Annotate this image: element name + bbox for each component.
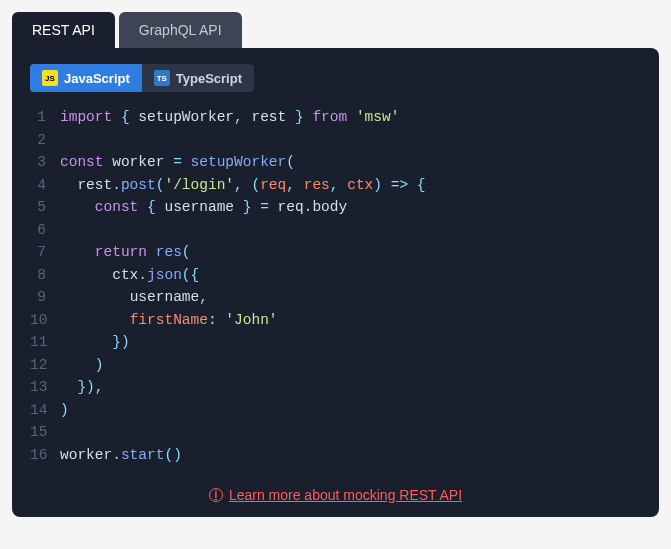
- line-number: 9: [30, 286, 60, 309]
- footer-link-row: i Learn more about mocking REST API: [30, 484, 641, 503]
- lang-tab-typescript[interactable]: TS TypeScript: [142, 64, 254, 92]
- line-number: 3: [30, 151, 60, 174]
- line-number: 13: [30, 376, 60, 399]
- learn-more-link[interactable]: i Learn more about mocking REST API: [209, 487, 462, 503]
- code-content: ): [60, 354, 104, 377]
- api-tabs: REST API GraphQL API: [12, 12, 659, 48]
- line-number: 4: [30, 174, 60, 197]
- code-content: [60, 421, 69, 444]
- language-tabs: JS JavaScript TS TypeScript: [30, 64, 254, 92]
- code-content: }): [60, 331, 130, 354]
- code-line: 7 return res(: [30, 241, 641, 264]
- code-content: import { setupWorker, rest } from 'msw': [60, 106, 399, 129]
- code-line: 15: [30, 421, 641, 444]
- code-content: return res(: [60, 241, 191, 264]
- line-number: 11: [30, 331, 60, 354]
- code-content: ): [60, 399, 69, 422]
- code-content: const worker = setupWorker(: [60, 151, 295, 174]
- line-number: 14: [30, 399, 60, 422]
- lang-tab-javascript[interactable]: JS JavaScript: [30, 64, 142, 92]
- code-line: 3const worker = setupWorker(: [30, 151, 641, 174]
- code-content: ctx.json({: [60, 264, 199, 287]
- line-number: 6: [30, 219, 60, 242]
- code-content: const { username } = req.body: [60, 196, 347, 219]
- learn-more-text: Learn more about mocking REST API: [229, 487, 462, 503]
- line-number: 2: [30, 129, 60, 152]
- code-content: [60, 129, 69, 152]
- code-panel: JS JavaScript TS TypeScript 1import { se…: [12, 48, 659, 517]
- code-content: firstName: 'John': [60, 309, 278, 332]
- line-number: 7: [30, 241, 60, 264]
- code-line: 5 const { username } = req.body: [30, 196, 641, 219]
- line-number: 16: [30, 444, 60, 467]
- info-icon: i: [209, 488, 223, 502]
- line-number: 5: [30, 196, 60, 219]
- tab-graphql-api[interactable]: GraphQL API: [119, 12, 242, 48]
- code-line: 8 ctx.json({: [30, 264, 641, 287]
- code-line: 2: [30, 129, 641, 152]
- lang-label-js: JavaScript: [64, 71, 130, 86]
- code-content: [60, 219, 69, 242]
- lang-label-ts: TypeScript: [176, 71, 242, 86]
- code-line: 9 username,: [30, 286, 641, 309]
- code-block: 1import { setupWorker, rest } from 'msw'…: [30, 106, 641, 466]
- code-line: 14): [30, 399, 641, 422]
- code-line: 12 ): [30, 354, 641, 377]
- line-number: 1: [30, 106, 60, 129]
- code-content: rest.post('/login', (req, res, ctx) => {: [60, 174, 426, 197]
- code-line: 16worker.start(): [30, 444, 641, 467]
- line-number: 12: [30, 354, 60, 377]
- code-line: 13 }),: [30, 376, 641, 399]
- ts-icon: TS: [154, 70, 170, 86]
- line-number: 10: [30, 309, 60, 332]
- code-content: username,: [60, 286, 208, 309]
- code-line: 1import { setupWorker, rest } from 'msw': [30, 106, 641, 129]
- code-content: }),: [60, 376, 104, 399]
- tab-rest-api[interactable]: REST API: [12, 12, 115, 48]
- code-line: 11 }): [30, 331, 641, 354]
- line-number: 15: [30, 421, 60, 444]
- code-line: 4 rest.post('/login', (req, res, ctx) =>…: [30, 174, 641, 197]
- code-content: worker.start(): [60, 444, 182, 467]
- code-line: 10 firstName: 'John': [30, 309, 641, 332]
- line-number: 8: [30, 264, 60, 287]
- code-line: 6: [30, 219, 641, 242]
- js-icon: JS: [42, 70, 58, 86]
